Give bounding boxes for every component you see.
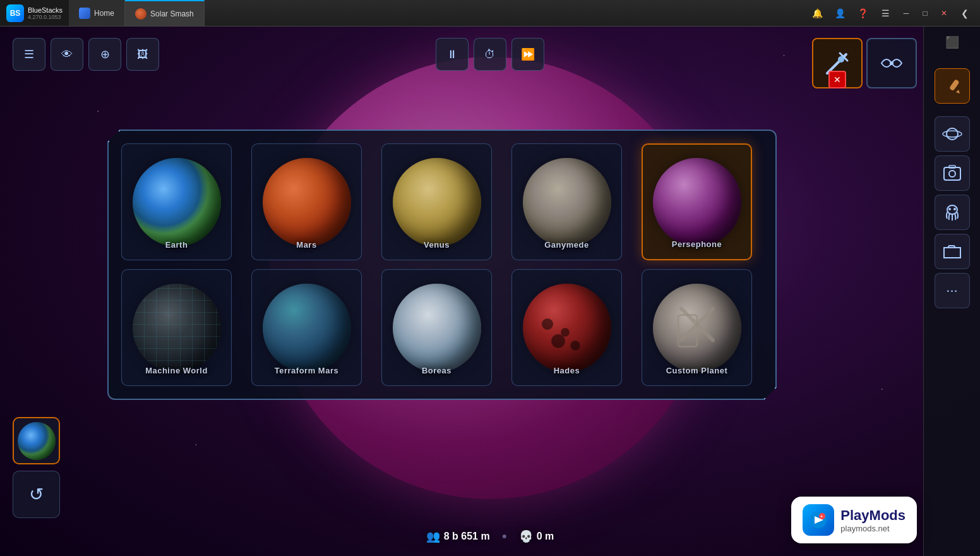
population-icon: 👥 — [426, 529, 440, 543]
close-button[interactable]: ✕ — [937, 6, 951, 20]
hades-craters — [523, 284, 611, 372]
menu-button[interactable]: ☰ — [13, 38, 45, 71]
planet-cell-persephone[interactable]: Persephone — [642, 143, 752, 260]
svg-rect-8 — [944, 167, 960, 180]
bottom-stats: 👥 8 b 651 m 💀 0 m — [426, 529, 554, 543]
game-tab[interactable]: Solar Smash — [125, 0, 205, 26]
home-tab-label: Home — [94, 9, 114, 18]
weapon-panel-button[interactable] — [935, 68, 970, 104]
planet-label-venus: Venus — [382, 240, 491, 250]
notification-icon[interactable]: 🔔 — [808, 4, 826, 22]
fast-forward-button[interactable]: ⏩ — [511, 38, 544, 71]
image-button[interactable]: 🖼 — [126, 38, 159, 71]
titlebar: BS BlueStacks 4.270.0.1053 Home Solar Sm… — [0, 0, 980, 27]
screenshot-button[interactable] — [935, 155, 970, 191]
planet-grid: Earth Mars Venus Ganymede Persephone Mac… — [121, 143, 763, 386]
home-tab-icon — [79, 8, 90, 19]
svg-point-3 — [890, 61, 893, 65]
playmods-text: PlayMods playmods.net — [840, 507, 905, 533]
current-planet-sphere — [18, 422, 56, 460]
sidebar-toggle-icon[interactable]: ❮ — [956, 4, 974, 22]
svg-point-13 — [953, 208, 956, 210]
account-icon[interactable]: 👤 — [831, 4, 849, 22]
refresh-button[interactable]: ↺ — [13, 471, 60, 518]
home-tab[interactable]: Home — [69, 0, 125, 26]
planet-label-machine-world: Machine World — [122, 366, 231, 375]
maximize-button[interactable]: □ — [918, 6, 932, 20]
planet-cell-terraform-mars[interactable]: Terraform Mars — [251, 269, 362, 386]
folder-icon — [943, 243, 962, 260]
bs-app-icon: BS — [6, 4, 24, 22]
svg-point-6 — [947, 128, 958, 140]
planet-cell-ganymede[interactable]: Ganymede — [511, 143, 622, 260]
planet-ring-button[interactable] — [935, 116, 970, 152]
custom-planet-icon — [672, 299, 722, 356]
playmods-title: PlayMods — [840, 507, 905, 524]
secondary-weapon-icon — [878, 49, 905, 77]
svg-rect-4 — [948, 79, 959, 91]
primary-weapon-box[interactable]: ✕ — [812, 38, 863, 88]
weapon-selected-area: ✕ — [812, 38, 917, 88]
planet-cell-machine-world[interactable]: Machine World — [121, 269, 232, 386]
planet-label-hades: Hades — [512, 366, 621, 375]
crosshair-button[interactable]: ⊕ — [88, 38, 121, 71]
current-planet-thumbnail[interactable] — [13, 417, 60, 464]
death-stat: 💀 0 m — [519, 529, 554, 543]
planet-selection-panel: Earth Mars Venus Ganymede Persephone Mac… — [107, 130, 777, 400]
planet-label-ganymede: Ganymede — [512, 240, 621, 250]
folder-button[interactable] — [935, 234, 970, 269]
planet-cell-hades[interactable]: Hades — [511, 269, 622, 386]
help-icon[interactable]: ❓ — [854, 4, 871, 22]
playmods-url: playmods.net — [840, 524, 905, 533]
planet-sphere-custom — [653, 284, 741, 372]
creature-button[interactable] — [935, 195, 970, 230]
population-stat: 👥 8 b 651 m — [426, 529, 490, 543]
svg-point-9 — [949, 171, 955, 177]
planet-sphere-mars — [263, 158, 351, 246]
weapon-delete-button[interactable]: ✕ — [828, 71, 846, 88]
sidebar-expand-button[interactable]: ⬛ — [924, 27, 980, 58]
stat-separator — [503, 535, 506, 538]
clock-button[interactable]: ⏱ — [474, 38, 506, 71]
game-tab-label: Solar Smash — [150, 9, 194, 18]
playmods-badge[interactable]: + PlayMods playmods.net — [791, 497, 917, 543]
planet-cell-venus[interactable]: Venus — [381, 143, 492, 260]
death-icon: 💀 — [519, 529, 533, 543]
right-sidebar: ⬛ — [923, 27, 980, 556]
planet-cell-custom-planet[interactable]: Custom Planet — [642, 269, 752, 386]
hamburger-icon[interactable]: ☰ — [876, 4, 894, 22]
bottom-left-panel: ↺ — [13, 417, 60, 518]
planet-sphere-machine — [133, 284, 221, 372]
planet-sphere-venus — [393, 158, 481, 246]
crater-4 — [570, 341, 580, 351]
planet-sphere-terraform — [263, 284, 351, 372]
bluestacks-logo: BS BlueStacks 4.270.0.1053 — [0, 0, 69, 26]
svg-point-7 — [943, 131, 962, 137]
pause-button[interactable]: ⏸ — [436, 38, 469, 71]
planet-label-earth: Earth — [122, 240, 231, 250]
secondary-weapon-box[interactable] — [866, 38, 917, 88]
planet-label-boreas: Boreas — [382, 366, 491, 375]
planet-cell-mars[interactable]: Mars — [251, 143, 362, 260]
eye-button[interactable]: 👁 — [51, 38, 83, 71]
planet-cell-earth[interactable]: Earth — [121, 143, 232, 260]
svg-point-12 — [948, 208, 951, 210]
left-toolbar: ☰ 👁 ⊕ 🖼 — [13, 38, 159, 71]
planet-ring-icon — [942, 124, 962, 144]
planet-sphere-boreas — [393, 284, 481, 372]
death-value: 0 m — [537, 531, 554, 542]
svg-text:+: + — [820, 514, 823, 519]
crater-1 — [542, 318, 553, 330]
planet-label-terraform-mars: Terraform Mars — [252, 366, 361, 375]
titlebar-controls: 🔔 👤 ❓ ☰ ─ □ ✕ ❮ — [808, 4, 980, 22]
planet-sphere-ganymede — [523, 158, 611, 246]
svg-marker-5 — [956, 90, 960, 94]
minimize-button[interactable]: ─ — [899, 6, 913, 20]
more-button[interactable]: ··· — [935, 273, 970, 308]
planet-label-mars: Mars — [252, 240, 361, 250]
weapon-select-icon — [942, 76, 962, 96]
planet-label-custom-planet: Custom Planet — [642, 366, 751, 375]
population-value: 8 b 651 m — [444, 531, 490, 542]
svg-point-2 — [838, 56, 844, 63]
planet-cell-boreas[interactable]: Boreas — [381, 269, 492, 386]
